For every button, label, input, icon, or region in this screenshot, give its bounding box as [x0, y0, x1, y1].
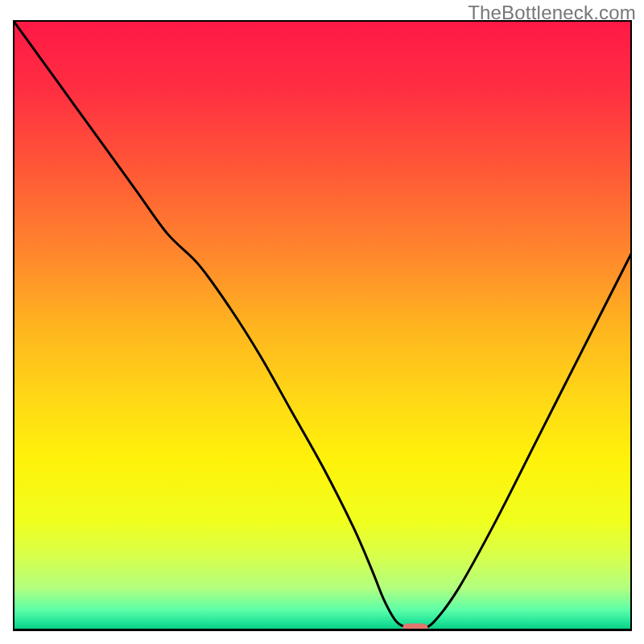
chart-canvas: TheBottleneck.com [0, 0, 644, 644]
axis-right [630, 20, 632, 631]
optimal-marker [13, 20, 632, 631]
watermark-text: TheBottleneck.com [468, 2, 636, 24]
axis-bottom [13, 629, 632, 631]
axis-left [13, 20, 14, 631]
plot-area [13, 20, 632, 631]
